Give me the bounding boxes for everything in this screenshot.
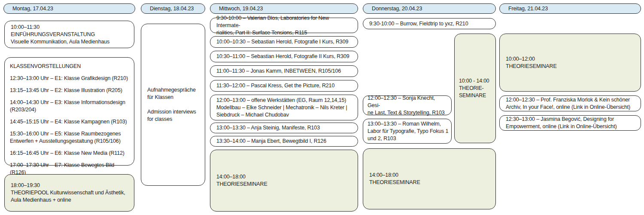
event-text: 13:30–14:00 – Manja Ebert, Bewegtbild I,… — [216, 138, 326, 145]
event-text: 12:00–12:30 – Prof. Franziska Morlok & K… — [506, 96, 630, 111]
event-card-admission-interviews: Aufnahmegespräche für Klassen Admission … — [141, 24, 205, 186]
event-title: KLASSENVORSTELLUNGEN — [10, 63, 130, 70]
day-header-friday: Freitag, 21.04.23 — [499, 3, 641, 14]
highlight-card-theoriepool: 18:00–19:30 THEORIEPOOL Kulturwissenscha… — [4, 174, 134, 212]
event-text: 13:00–13:30 – Roman Wilhelm, Labor für T… — [368, 120, 448, 142]
class-presentation-item: 14:45–15:15 Uhr – E4: Klasse Kampagnen (… — [10, 118, 130, 126]
event-card: 13:00–13:30 – Anja Steinig, Manifeste, R… — [210, 123, 358, 133]
event-text: 10:00–10:30 – Sebastian Herold, Fotograf… — [216, 38, 348, 46]
day-header-tuesday: Dienstag, 18.04.23 — [141, 3, 205, 14]
event-text: 10:00–11:30 EINFÜHRUNGSVERANSTALTUNG Vis… — [11, 24, 109, 46]
day-header-label: Donnerstag, 20.04.23 — [372, 5, 422, 12]
event-text: 14:00–18:00 THEORIESEMINARE — [369, 172, 420, 186]
day-header-label: Mittwoch, 19.04.23 — [219, 5, 263, 12]
day-header-label: Freitag, 21.04.23 — [508, 5, 548, 12]
highlight-card-theorieseminare: 14:00–18:00 THEORIESEMINARE — [210, 150, 358, 212]
event-card-class-presentations: KLASSENVORSTELLUNGEN 12:30–13:00 Uhr – E… — [4, 57, 134, 166]
day-header-label: Montag, 17.04.23 — [12, 5, 53, 12]
event-card: 10:00–10:30 – Sebastian Herold, Fotograf… — [210, 36, 358, 48]
day-header-wednesday: Mittwoch, 19.04.23 — [210, 3, 358, 14]
event-text: 9:30-10:00 – Burrow, Fieldtrip to yxz, R… — [369, 20, 468, 28]
event-text: 10:30–11:00 – Sebastian Herold, Fotograf… — [216, 53, 349, 60]
day-header-thursday: Donnerstag, 20.04.23 — [363, 3, 496, 14]
weekly-schedule: Montag, 17.04.23 Dienstag, 18.04.23 Mitt… — [0, 0, 644, 215]
event-text: 13:00–13:30 – Anja Steinig, Manifeste, R… — [216, 124, 320, 132]
event-text: 14:00–18:00 THEORIESEMINARE — [216, 173, 267, 188]
event-card: 12:00–13:00 – offene Werkstätten (EG, Ra… — [210, 95, 358, 120]
event-text: 12:30–13:00 – Jasmina Begović, Designing… — [506, 116, 617, 130]
event-text: 10:00–12:00 THEORIESEMINARE — [506, 55, 557, 70]
event-text: 9:30-10:00 – Valerian Blos, Laboratories… — [216, 15, 352, 37]
event-text: 18:00–19:30 THEORIEPOOL Kulturwissenscha… — [11, 182, 125, 204]
class-presentation-item: 13:15–13:45 Uhr – E2: Klasse Illustratio… — [10, 87, 130, 94]
event-card: 12:00–12:30 – Sonja Knecht, Gesi- ne Las… — [363, 95, 452, 115]
event-card: 12:00–12:30 – Prof. Franziska Morlok & K… — [499, 95, 641, 111]
event-card: 10:30–11:00 – Sebastian Herold, Fotograf… — [210, 51, 358, 62]
event-text: 11:30–12:00 – Pascal Kress, Get the Pict… — [216, 82, 334, 89]
day-header-monday: Montag, 17.04.23 — [3, 3, 135, 14]
event-card-fieldtrip: 9:30-10:00 – Burrow, Fieldtrip to yxz, R… — [363, 18, 496, 29]
event-card: 13:30–14:00 – Manja Ebert, Bewegtbild I,… — [210, 136, 358, 147]
event-text: 11:00–11:30 – Jonas Kamm, INBETWEEN, R10… — [216, 68, 341, 75]
event-text: 10:00 - 14:00 THEORIE- SEMINARE — [459, 77, 489, 99]
event-text: 12:00–13:00 – offene Werkstätten (EG, Ra… — [216, 97, 347, 119]
event-card-intro: 10:00–11:30 EINFÜHRUNGSVERANSTALTUNG Vis… — [4, 21, 134, 48]
highlight-card-theorieseminare: 10:00–12:00 THEORIESEMINARE — [499, 34, 641, 92]
event-card: 12:30–13:00 – Jasmina Begović, Designing… — [499, 115, 641, 131]
class-presentation-item: 12:30–13:00 Uhr – E1: Klasse Grafikdesig… — [10, 75, 130, 82]
class-presentation-item: 14:00–14:30 Uhr – E3: Klasse Information… — [10, 99, 130, 114]
event-card: 11:30–12:00 – Pascal Kress, Get the Pict… — [210, 80, 358, 92]
class-presentation-item: 15:30–16:00 Uhr – E5: Klasse Raumbezogen… — [10, 130, 130, 145]
event-text: Aufnahmegespräche für Klassen Admission … — [147, 86, 196, 123]
event-card: 9:30-10:00 – Valerian Blos, Laboratories… — [210, 18, 358, 33]
highlight-card-theorieseminare-afternoon: 14:00–18:00 THEORIESEMINARE — [363, 148, 496, 209]
class-presentation-item: 16:15–16:45 Uhr – E6: Klasse New Media (… — [10, 150, 130, 157]
event-card: 13:00–13:30 – Roman Wilhelm, Labor für T… — [363, 119, 452, 144]
event-text: 12:00–12:30 – Sonja Knecht, Gesi- ne Las… — [368, 95, 449, 117]
event-card: 11:00–11:30 – Jonas Kamm, INBETWEEN, R10… — [210, 65, 358, 77]
day-header-label: Dienstag, 18.04.23 — [150, 5, 194, 12]
highlight-card-theorieseminare-morning: 10:00 - 14:00 THEORIE- SEMINARE — [454, 34, 496, 143]
